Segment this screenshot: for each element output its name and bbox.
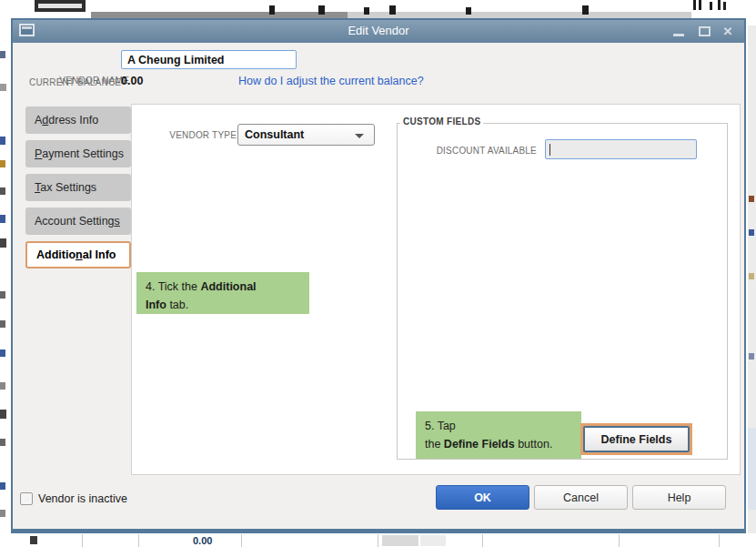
background-artifact	[382, 535, 418, 546]
background-artifact	[749, 196, 754, 202]
tab-tax-settings[interactable]: Tax Settings	[25, 174, 131, 201]
background-artifact	[30, 536, 37, 544]
background-artifact	[0, 51, 5, 58]
background-artifact	[0, 510, 5, 517]
close-icon: ✕	[717, 20, 739, 43]
edit-vendor-dialog: Edit Vendor ✕ VENDOR NAME A Cheung Limit…	[11, 18, 746, 533]
background-artifact	[749, 353, 754, 360]
tab-address-info[interactable]: Address Info	[25, 106, 131, 134]
ok-button[interactable]: OK	[436, 485, 529, 510]
background-artifact	[719, 534, 720, 547]
background-artifact	[748, 428, 756, 510]
minimize-icon	[673, 34, 684, 36]
vendor-type-value: Consultant	[245, 128, 304, 141]
vendor-inactive-checkbox[interactable]	[20, 492, 33, 505]
background-artifact	[364, 7, 369, 15]
background-artifact	[582, 5, 589, 15]
background-artifact	[0, 410, 6, 419]
tab-account-settings[interactable]: Account Settings	[25, 208, 131, 235]
background-artifact	[0, 439, 5, 446]
background-artifact	[389, 5, 396, 15]
background-artifact	[482, 534, 483, 547]
background-artifact	[0, 238, 6, 248]
dialog-title: Edit Vendor	[13, 24, 744, 37]
maximize-button[interactable]	[693, 20, 715, 43]
background-artifact	[241, 534, 242, 547]
background-artifact	[318, 5, 325, 15]
background-artifact	[0, 291, 5, 299]
vendor-name-input[interactable]: A Cheung Limited	[121, 50, 297, 69]
background-artifact	[0, 482, 5, 490]
help-button[interactable]: Help	[632, 485, 726, 510]
background-artifact	[420, 535, 446, 546]
minimize-button[interactable]	[668, 20, 690, 43]
define-fields-highlight: Define Fields	[580, 423, 692, 455]
maximize-icon	[699, 26, 711, 36]
vendor-inactive-label: Vendor is inactive	[38, 492, 127, 505]
background-artifact	[35, 0, 86, 12]
background-artifact	[619, 534, 620, 547]
discount-available-input[interactable]	[545, 139, 697, 159]
background-artifact	[749, 273, 754, 279]
background-artifact	[378, 534, 378, 547]
background-artifact	[138, 534, 139, 547]
background-artifact	[0, 160, 5, 167]
background-artifact	[718, 0, 721, 10]
tab-payment-settings[interactable]: Payment Settings	[25, 140, 131, 167]
text-caret	[549, 144, 550, 156]
vendor-type-dropdown[interactable]: Consultant	[237, 124, 375, 146]
background-artifact	[0, 320, 5, 328]
background-artifact	[723, 2, 726, 10]
custom-fields-label: CUSTOM FIELDS	[400, 116, 483, 127]
background-artifact	[710, 2, 712, 10]
cancel-button[interactable]: Cancel	[534, 485, 628, 510]
background-artifact	[0, 187, 5, 195]
screen: 0.00 Edit Vendor ✕ VENDOR NAME A Cheung …	[0, 0, 756, 547]
discount-available-label: DISCOUNT AVAILABLE	[402, 146, 537, 156]
define-fields-button[interactable]: Define Fields	[583, 426, 690, 452]
annotation-note-4: 4. Tick the Additional Info tab.	[136, 272, 309, 314]
chevron-down-icon	[355, 134, 364, 138]
adjust-balance-link[interactable]: How do I adjust the current balance?	[238, 75, 424, 87]
titlebar[interactable]: Edit Vendor ✕	[13, 20, 744, 43]
background-artifact	[466, 7, 471, 15]
background-artifact	[269, 5, 275, 15]
background-artifact	[699, 0, 701, 10]
background-artifact	[0, 382, 5, 390]
background-artifact	[0, 215, 5, 223]
background-balance-fragment: 0.00	[193, 535, 212, 546]
background-artifact	[348, 12, 691, 18]
tab-additional-info[interactable]: Additional Info	[25, 241, 131, 268]
background-artifact	[91, 12, 348, 18]
background-artifact	[0, 137, 5, 145]
background-artifact	[82, 534, 83, 547]
background-artifact	[0, 349, 5, 357]
current-balance-value: 0.00	[121, 75, 143, 87]
close-button[interactable]: ✕	[717, 20, 739, 43]
vendor-type-label: VENDOR TYPE	[135, 130, 237, 140]
background-artifact	[749, 229, 754, 236]
custom-fields-group	[397, 123, 728, 460]
annotation-note-5: 5. Tap the Define Fields button.	[416, 411, 581, 459]
background-artifact	[693, 0, 696, 10]
background-artifact	[0, 84, 6, 91]
current-balance-label: CURRENT BALANCE	[29, 77, 121, 87]
